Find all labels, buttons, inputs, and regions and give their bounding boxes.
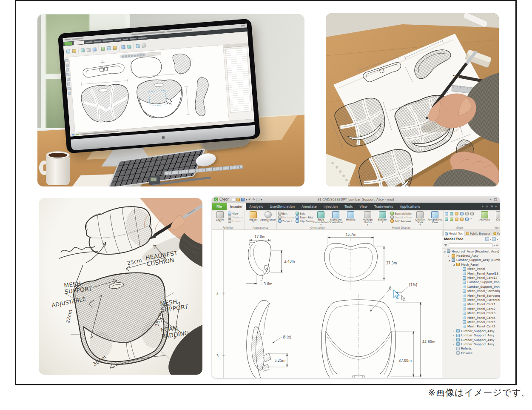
tab-model-tree[interactable]: Model Tex <box>443 231 464 236</box>
display-style-button[interactable]: Display Style▾ <box>413 211 427 226</box>
save-icon[interactable] <box>241 198 245 201</box>
tab-favorites[interactable]: Favorits <box>492 231 500 236</box>
manage-status-button[interactable]: Manage Status▾ <box>361 211 375 226</box>
sustrelalision-button[interactable]: Sustrelalision <box>390 212 412 215</box>
tree-item[interactable]: Mesh_Panel_Cent12 <box>442 275 500 280</box>
edit-reviews-button[interactable]: Edit Reviews <box>390 219 412 223</box>
show-icon[interactable] <box>455 218 458 221</box>
tree-item[interactable]: ▸ Lumbar_Support_Assy <box>442 329 500 333</box>
tree-item[interactable]: Mesh_Panel_Extrenton_panel <box>442 298 500 302</box>
ribbon-tab[interactable]: Incoder <box>227 203 246 210</box>
tree-item[interactable]: Mesh_Panel_Panel18 <box>442 271 500 275</box>
tree-item[interactable]: Lumbar_Support_Imnicst_hanil16 <box>442 284 500 289</box>
ribbon-tab[interactable]: Applications <box>396 203 424 210</box>
tree-item[interactable]: Mesh_Panel_Cant1 <box>442 324 500 329</box>
show-icon[interactable] <box>470 212 474 215</box>
ribbon-tab[interactable]: Injection <box>320 203 341 210</box>
expand-icon[interactable]: ▸ <box>453 330 456 332</box>
dropdown-icon[interactable]: ▾ <box>246 198 248 201</box>
expand-icon[interactable]: ▸ <box>453 334 456 337</box>
drawing-area[interactable]: 4 3 <box>212 230 442 378</box>
impact-button[interactable]: Impact▾ <box>246 211 260 223</box>
ribbon-tab[interactable]: Tradeworks <box>371 203 396 210</box>
tree-item[interactable]: Flowine <box>442 351 500 355</box>
dropdown-icon[interactable]: ▾ <box>494 244 495 246</box>
tree-item[interactable]: ▸ Headrest_Assy <box>442 253 500 258</box>
standard-orientation-button[interactable]: Standard Orientation <box>329 211 343 224</box>
show-icon[interactable] <box>445 212 448 215</box>
expand-icon[interactable]: ◢ <box>448 259 452 261</box>
tree-item[interactable]: ▸ Lumbar_Support_Assy <box>442 333 500 337</box>
ribbon-tab[interactable]: Tools <box>341 203 356 210</box>
tree-item[interactable]: ◢ Mesh_Panel <box>442 262 500 267</box>
tree-item[interactable]: ◢ Headrest_Assy (Headrest_Assy) <box>442 249 500 253</box>
ribbon-tab[interactable]: Analysis <box>246 203 266 210</box>
zoom-button[interactable]: Zoom▾ <box>278 219 295 223</box>
show-icon[interactable] <box>460 218 464 221</box>
dropdown-icon[interactable]: ▾ <box>261 198 262 201</box>
tree-item[interactable]: Mesh_Panel_Cant4 <box>442 315 500 320</box>
fusion-button[interactable]: Fusion <box>228 219 243 223</box>
tree-item[interactable]: ▸ Lumbar_Support_Assy <box>442 342 500 346</box>
tree-item[interactable]: Mesh_Panel_Cant3 <box>442 311 500 315</box>
show-icon[interactable] <box>465 218 469 221</box>
minimize-button[interactable]: – <box>489 198 491 201</box>
show-icon[interactable] <box>445 218 448 221</box>
show-icon[interactable] <box>455 212 458 215</box>
dropdown-icon[interactable]: ▾ <box>470 218 475 222</box>
precess-button[interactable]: Precess <box>344 211 358 221</box>
views-in-button[interactable]: Views In <box>228 215 243 219</box>
show-icon[interactable] <box>460 212 464 215</box>
activate-button[interactable]: Activate <box>478 211 492 221</box>
tree-item[interactable]: Mesh_Panel_Cant2 <box>442 307 500 311</box>
ribbon-tab[interactable]: File <box>212 203 227 210</box>
tree-item[interactable]: ▸ Lumbar_Support_Assy <box>442 338 500 342</box>
soad-consulation-button[interactable]: Soad Consulation▾ <box>314 211 328 226</box>
undo-icon[interactable]: ↶ <box>248 198 251 201</box>
expand-icon[interactable]: ◢ <box>453 263 456 266</box>
tree-columns-icon[interactable] <box>492 237 496 241</box>
rlip-zoom-button[interactable]: Rlip Zoom <box>296 219 313 223</box>
layers-button[interactable]: Layers▾ <box>213 211 227 223</box>
tab-public-browser[interactable]: Public Browser <box>465 231 492 236</box>
dropdown-icon[interactable]: ▾ <box>497 238 498 240</box>
close-button[interactable]: Close <box>492 211 500 221</box>
show-icon[interactable] <box>450 212 453 215</box>
add-icon[interactable]: ⊕ <box>491 205 493 208</box>
redo-icon[interactable]: ↷ <box>252 198 255 201</box>
tree-item[interactable]: Lumbar_Support_Imnicst_panel <box>442 280 500 284</box>
new-document-icon[interactable] <box>232 198 235 201</box>
dropdown-icon[interactable]: ▾ <box>490 238 491 240</box>
gear-icon[interactable]: ⊕ <box>496 244 498 246</box>
exclusive-refocus-button[interactable]: Exclusive <box>278 215 295 219</box>
zoom-rist-button[interactable]: Zoom Rist <box>296 215 313 219</box>
menu-icon[interactable]: ≡ <box>486 205 489 208</box>
filter-icon[interactable] <box>444 244 447 247</box>
show-icon[interactable] <box>465 212 469 215</box>
tree-item[interactable]: Mesh_Panel <box>442 267 500 271</box>
dropdown-icon[interactable]: ▾ <box>495 205 497 208</box>
tree-settings-icon[interactable] <box>485 237 489 241</box>
tree-item[interactable]: Mesh_Panel_Cant1 <box>442 302 500 307</box>
belt-button[interactable]: Belt <box>296 212 313 215</box>
view-button[interactable]: View <box>228 212 243 215</box>
tree-item[interactable]: ◢ Lumbar_Support_Assy (Lumbar_Suppo <box>442 258 500 262</box>
tree-item[interactable]: Mesh_Panel_Sorrcompra_panel <box>442 289 500 293</box>
provid-inlines-button[interactable]: Provid Inlines <box>390 215 412 219</box>
expand-icon[interactable]: ▸ <box>453 338 456 341</box>
ribbon-tab[interactable]: Annotate <box>298 203 320 210</box>
ribbon-tab[interactable]: Use/Simulation <box>266 203 298 210</box>
perspective-view-button[interactable]: Perspective View <box>428 211 442 224</box>
collapse-ribbon-icon[interactable]: ∧ <box>482 205 484 208</box>
ribbon-tab[interactable]: View <box>356 203 371 210</box>
tree-filter-input[interactable] <box>449 243 492 247</box>
belt-tool-button[interactable]: Belt <box>278 212 295 215</box>
show-icon[interactable] <box>450 218 453 221</box>
expand-icon[interactable]: ▸ <box>448 255 452 257</box>
tree-item[interactable]: Refe-ts <box>442 347 500 351</box>
tree-item[interactable]: Mesh_Panel_Sorrcompra_hanil14 <box>442 293 500 298</box>
regenerate-icon[interactable] <box>256 198 259 201</box>
appearance-button[interactable]: Appearance▾ <box>261 211 275 223</box>
section-button[interactable]: Section▾ <box>376 211 390 223</box>
expand-icon[interactable]: ▸ <box>453 343 456 345</box>
